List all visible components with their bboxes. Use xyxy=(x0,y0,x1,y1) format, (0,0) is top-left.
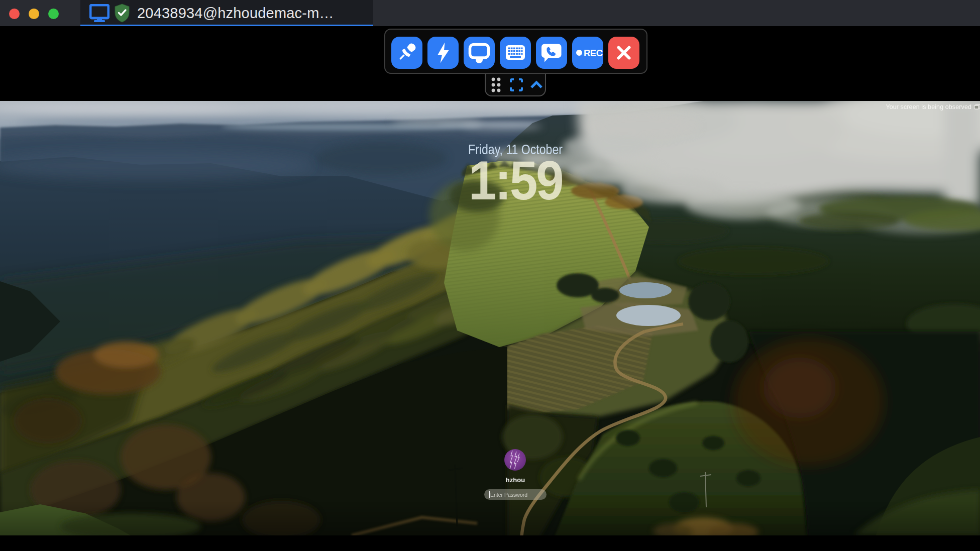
svg-text:REC: REC xyxy=(584,48,603,58)
